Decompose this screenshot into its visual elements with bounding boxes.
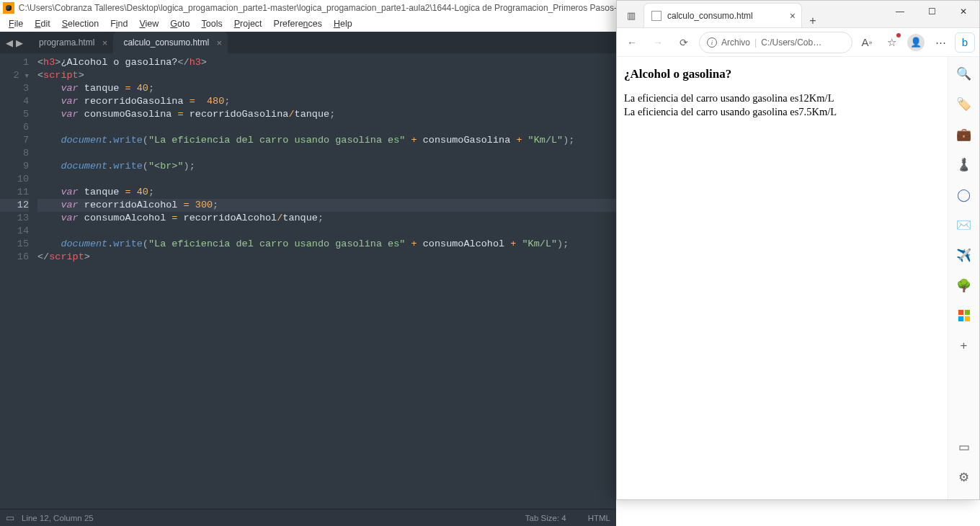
send-icon[interactable]: ✈️: [956, 247, 972, 263]
menu-preferences[interactable]: Preferences: [268, 17, 328, 30]
tab-close-icon[interactable]: ×: [217, 37, 223, 48]
tab-label: programa.html: [39, 37, 94, 48]
browser-window: ▥ calculo_consumo.html × + — ☐ ✕ ← → ⟳ i…: [616, 0, 980, 500]
sublime-titlebar: C:\Users\Cobranza Talleres\Desktop\logic…: [0, 0, 616, 16]
read-aloud-icon[interactable]: A»: [857, 32, 877, 53]
page-heading: ¿Alcohol o gasolina?: [624, 67, 940, 81]
shopping-tag-icon[interactable]: 🏷️: [956, 96, 972, 112]
back-button[interactable]: ←: [621, 32, 643, 53]
address-bar[interactable]: i Archivo | C:/Users/Cob…: [699, 32, 852, 53]
browser-content: ¿Alcohol o gasolina? La eficiencia del c…: [617, 57, 979, 499]
sublime-menubar: File Edit Selection Find View Goto Tools…: [0, 16, 616, 32]
output-line-2: La eficiencia del carro usando gasolina …: [624, 105, 940, 119]
menu-project[interactable]: Project: [228, 17, 268, 30]
profile-button[interactable]: 👤: [906, 32, 926, 53]
site-info-icon[interactable]: i: [707, 37, 717, 48]
tab-programa[interactable]: programa.html ×: [29, 32, 113, 53]
forward-button[interactable]: →: [647, 32, 669, 53]
rendered-page: ¿Alcohol o gasolina? La eficiencia del c…: [617, 57, 948, 499]
more-menu-button[interactable]: ⋯: [930, 32, 950, 53]
browser-sidebar: 🔍 🏷️ 💼 ♟️ ◯ ✉️ ✈️ 🌳 + ▭ ⚙: [948, 57, 979, 499]
cursor-position: Line 12, Column 25: [22, 514, 94, 522]
menu-help[interactable]: Help: [328, 17, 358, 30]
briefcase-icon[interactable]: 💼: [956, 126, 972, 142]
search-icon[interactable]: 🔍: [956, 66, 972, 81]
add-sidebar-icon[interactable]: +: [956, 338, 972, 354]
favicon-icon: [651, 11, 662, 21]
address-label: Archivo: [721, 37, 750, 48]
browser-titlebar: ▥ calculo_consumo.html × + — ☐ ✕: [617, 1, 979, 28]
tab-close-icon[interactable]: ×: [102, 37, 108, 48]
window-maximize-button[interactable]: ☐: [916, 1, 948, 22]
menu-view[interactable]: View: [133, 17, 164, 30]
tab-label: calculo_consumo.html: [123, 37, 209, 48]
code-area[interactable]: <h3>¿Alcohol o gasolina?</h3><script> va…: [37, 53, 616, 509]
svg-rect-0: [958, 310, 963, 315]
new-tab-button[interactable]: +: [802, 14, 824, 27]
office-icon[interactable]: ◯: [956, 187, 972, 202]
sublime-statusbar: ▭ Line 12, Column 25 Tab Size: 4 HTML: [0, 509, 616, 526]
sublime-editor[interactable]: 12 ▼345678910111213141516 <h3>¿Alcohol o…: [0, 53, 616, 509]
sublime-tabrow: ◀ ▶ programa.html × calculo_consumo.html…: [0, 32, 616, 53]
menu-edit[interactable]: Edit: [29, 17, 56, 30]
svg-rect-1: [965, 310, 970, 315]
menu-goto[interactable]: Goto: [164, 17, 195, 30]
browser-tab-close-icon[interactable]: ×: [790, 10, 796, 22]
menu-find[interactable]: Find: [104, 17, 133, 30]
sublime-title-path: C:\Users\Cobranza Talleres\Desktop\logic…: [19, 3, 616, 13]
address-url: C:/Users/Cob…: [761, 37, 821, 48]
window-minimize-button[interactable]: —: [884, 1, 916, 22]
line-number-gutter: 12 ▼345678910111213141516: [0, 53, 37, 509]
tree-icon[interactable]: 🌳: [956, 277, 972, 293]
window-close-button[interactable]: ✕: [948, 1, 979, 22]
menu-selection[interactable]: Selection: [56, 17, 104, 30]
microsoft-icon[interactable]: [956, 308, 972, 324]
panel-switcher-icon[interactable]: ▭: [6, 512, 14, 523]
tab-actions-icon[interactable]: ▥: [619, 3, 643, 27]
tab-size[interactable]: Tab Size: 4: [525, 514, 566, 522]
menu-file[interactable]: File: [3, 17, 29, 30]
refresh-button[interactable]: ⟳: [673, 32, 695, 53]
bing-chat-icon[interactable]: b: [955, 32, 975, 53]
browser-toolbar: ← → ⟳ i Archivo | C:/Users/Cob… A» ☆ 👤 ⋯…: [617, 28, 979, 57]
svg-rect-2: [958, 316, 963, 321]
svg-rect-3: [965, 316, 970, 321]
sublime-window: C:\Users\Cobranza Talleres\Desktop\logic…: [0, 0, 616, 526]
sublime-app-icon: [3, 2, 14, 14]
browser-tab[interactable]: calculo_consumo.html ×: [643, 3, 802, 27]
tab-nav-arrows[interactable]: ◀ ▶: [0, 32, 29, 53]
settings-icon[interactable]: ⚙: [956, 469, 972, 485]
output-line-1: La eficiencia del carro usando gasolina …: [624, 92, 940, 105]
games-icon[interactable]: ♟️: [956, 156, 972, 172]
menu-tools[interactable]: Tools: [195, 17, 228, 30]
tab-calculo-consumo[interactable]: calculo_consumo.html ×: [113, 32, 228, 53]
syntax-mode[interactable]: HTML: [588, 514, 610, 522]
favorites-icon[interactable]: ☆: [881, 32, 901, 53]
browser-tab-title: calculo_consumo.html: [667, 11, 753, 21]
outlook-icon[interactable]: ✉️: [956, 217, 972, 233]
collapse-sidebar-icon[interactable]: ▭: [956, 439, 972, 455]
